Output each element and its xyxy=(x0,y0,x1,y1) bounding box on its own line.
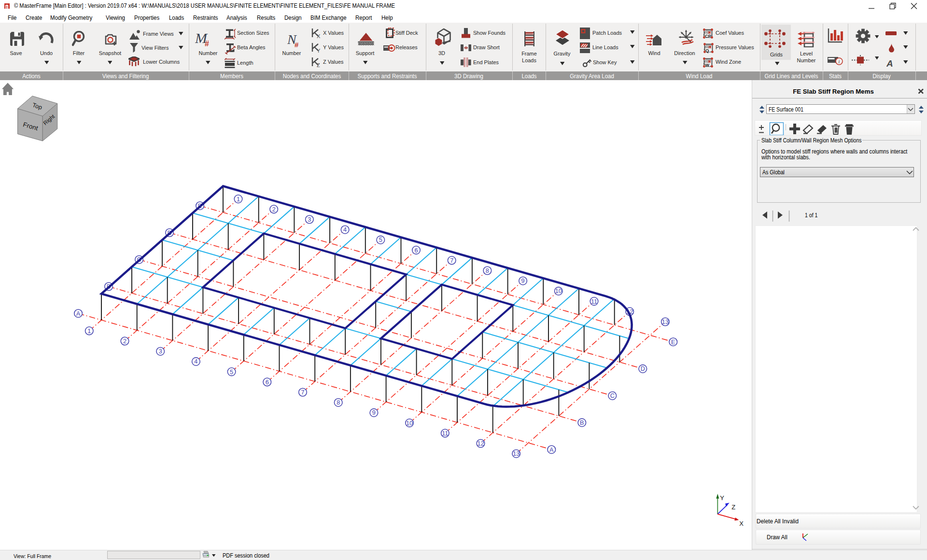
svg-text:A: A xyxy=(76,310,81,317)
svg-text:8: 8 xyxy=(337,399,340,406)
svg-text:Z: Z xyxy=(317,62,320,68)
svg-text:1: 1 xyxy=(237,196,240,203)
svg-text:6: 6 xyxy=(414,247,418,254)
svg-text:#: # xyxy=(295,41,299,48)
svg-text:8: 8 xyxy=(486,267,489,274)
svg-text:E: E xyxy=(671,339,675,346)
svg-text:10: 10 xyxy=(555,288,562,294)
svg-text:12: 12 xyxy=(477,440,484,447)
svg-text:2: 2 xyxy=(123,338,126,345)
svg-text:10: 10 xyxy=(406,420,413,427)
svg-text:9: 9 xyxy=(521,278,525,284)
svg-text:1: 1 xyxy=(87,328,91,335)
svg-text:A: A xyxy=(886,59,893,67)
svg-text:#: # xyxy=(205,40,209,47)
svg-text:D: D xyxy=(641,365,645,372)
svg-text:X: X xyxy=(739,520,744,527)
svg-text:3: 3 xyxy=(308,216,311,223)
svg-text:5: 5 xyxy=(379,237,382,243)
svg-text:9: 9 xyxy=(372,409,376,416)
svg-text:4: 4 xyxy=(343,226,347,233)
svg-text:4: 4 xyxy=(194,358,197,365)
svg-text:5: 5 xyxy=(230,369,233,376)
svg-text:i: i xyxy=(839,59,840,64)
svg-text:7: 7 xyxy=(301,389,304,396)
svg-text:Q: Q xyxy=(705,48,709,53)
svg-text:13: 13 xyxy=(513,450,520,457)
svg-text:3: 3 xyxy=(159,348,162,355)
svg-text:CP: CP xyxy=(705,33,712,39)
svg-text:13: 13 xyxy=(662,319,669,325)
svg-text:W: W xyxy=(705,62,709,68)
svg-text:11: 11 xyxy=(442,430,448,437)
svg-text:C: C xyxy=(610,392,615,399)
svg-text:A: A xyxy=(549,447,554,453)
svg-text:6: 6 xyxy=(266,379,269,386)
svg-text:Y: Y xyxy=(720,494,724,502)
svg-text:Z: Z xyxy=(731,504,735,511)
svg-text:B: B xyxy=(580,420,584,426)
svg-text:2: 2 xyxy=(272,206,276,213)
svg-text:11: 11 xyxy=(591,298,597,305)
svg-text:7: 7 xyxy=(450,257,453,264)
svg-text:X: X xyxy=(317,33,321,39)
